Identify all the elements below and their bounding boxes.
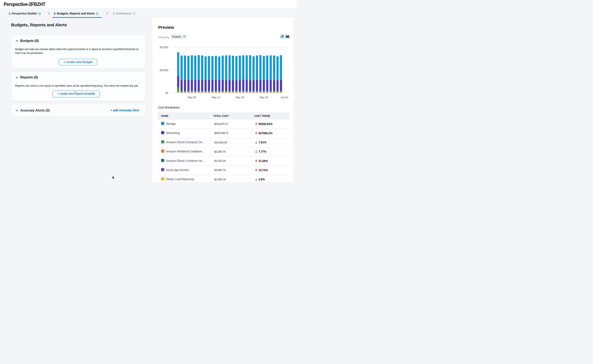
svg-text:$32000: $32000: [160, 46, 168, 49]
svg-text:May 12: May 12: [212, 96, 220, 99]
svg-text:May 26: May 26: [260, 96, 268, 99]
svg-text:$16000: $16000: [160, 69, 168, 72]
svg-text:Jun 02: Jun 02: [280, 96, 288, 99]
svg-text:$0: $0: [166, 91, 168, 94]
svg-text:May 19: May 19: [236, 96, 244, 99]
svg-text:May 05: May 05: [188, 96, 196, 99]
